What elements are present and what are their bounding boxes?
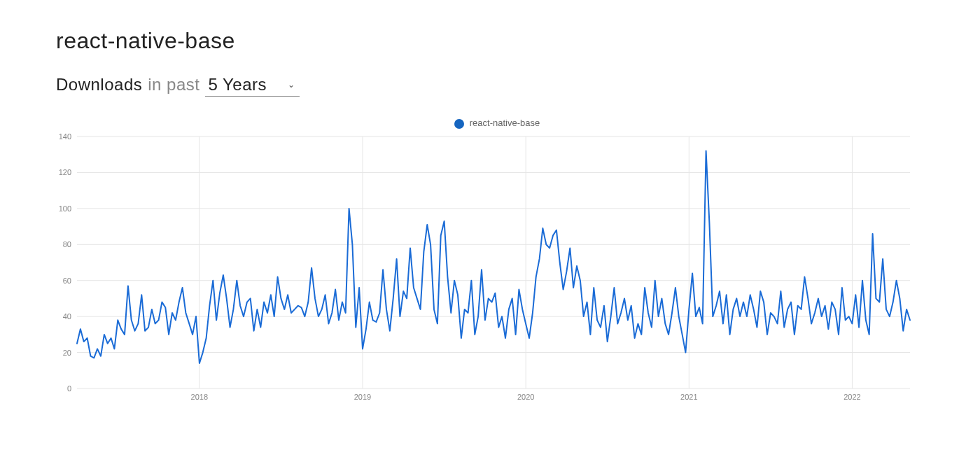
page-title: react-native-base bbox=[56, 28, 938, 54]
downloads-label: Downloads bbox=[56, 75, 142, 94]
legend-dot-icon bbox=[454, 119, 464, 129]
downloads-line-chart: 02040608010012014020182019202020212022 bbox=[49, 133, 917, 406]
svg-text:0: 0 bbox=[67, 384, 71, 393]
svg-text:2021: 2021 bbox=[680, 393, 697, 401]
series-line bbox=[77, 150, 910, 363]
svg-text:140: 140 bbox=[59, 132, 71, 141]
chevron-down-icon: ⌄ bbox=[288, 80, 295, 90]
svg-text:100: 100 bbox=[59, 204, 71, 212]
svg-text:2022: 2022 bbox=[844, 393, 860, 401]
svg-text:2018: 2018 bbox=[191, 393, 208, 401]
chart-container: 02040608010012014020182019202020212022 bbox=[49, 133, 917, 406]
svg-text:120: 120 bbox=[59, 168, 71, 176]
svg-text:2020: 2020 bbox=[517, 393, 534, 401]
svg-text:20: 20 bbox=[63, 348, 71, 356]
svg-text:80: 80 bbox=[63, 240, 71, 248]
chart-legend: react-native-base bbox=[56, 118, 938, 129]
svg-text:40: 40 bbox=[63, 312, 71, 321]
in-past-label: in past bbox=[148, 75, 200, 94]
page-root: react-native-base Downloads in past 5 Ye… bbox=[0, 0, 980, 455]
range-select[interactable]: 5 Years ⌄ bbox=[205, 75, 299, 97]
downloads-line: Downloads in past 5 Years ⌄ bbox=[56, 75, 938, 97]
svg-text:2019: 2019 bbox=[354, 393, 371, 401]
legend-series-label: react-native-base bbox=[470, 118, 540, 128]
range-select-value: 5 Years bbox=[208, 75, 267, 94]
svg-text:60: 60 bbox=[63, 276, 71, 284]
